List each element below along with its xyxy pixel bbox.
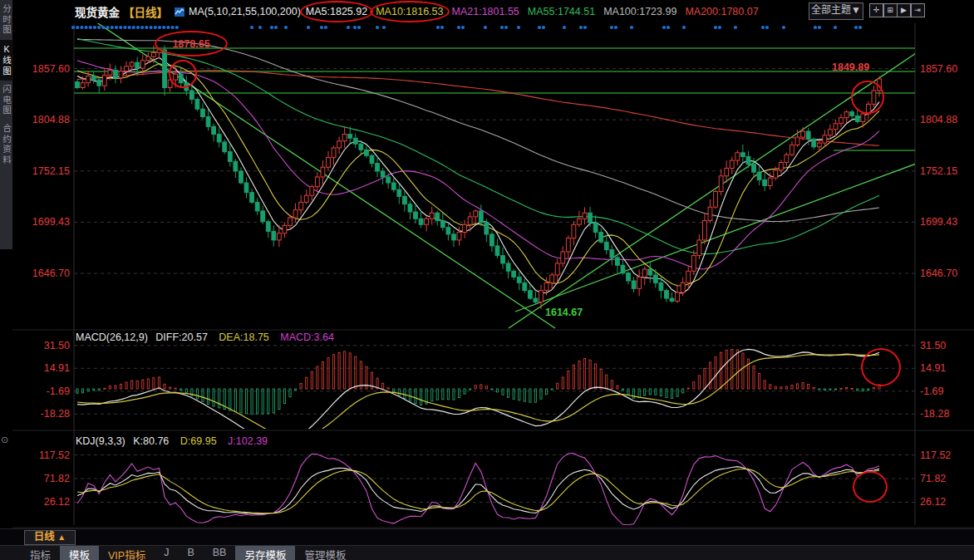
triangle-up-icon: ▲: [57, 533, 66, 542]
price-tick-label: 1646.70: [920, 268, 957, 279]
toolbar-tab[interactable]: 管理模板: [295, 546, 355, 560]
kdj-layer: [77, 454, 879, 525]
macd-dea-value: DEA:18.75: [219, 332, 268, 343]
trading-app: 分时图K线图闪电图合约资料 现货黄金 【日线】 MA(5,10,21,55,10…: [0, 0, 974, 560]
toolbar-tab[interactable]: 指标: [21, 546, 60, 560]
symbol-title: 现货黄金: [75, 3, 120, 20]
period-label: 【日线】: [123, 3, 168, 20]
price-tick-label: 1804.88: [27, 114, 70, 125]
macd-tick-label: -1.69: [920, 386, 944, 397]
price-annotation: 1878.65: [172, 38, 209, 50]
price-tick-label: 1804.88: [920, 114, 957, 125]
bottom-toolbar: 指标模板VIP指标JBBB另存模板管理模板: [0, 545, 974, 560]
kdj-tick-label: 71.82: [27, 473, 70, 484]
kdj-header: KDJ(9,3,3) K:80.76 D:69.95 J:102.39: [76, 435, 268, 447]
kdj-tick-label: 26.12: [27, 496, 70, 508]
export-icon[interactable]: ⇥: [911, 3, 925, 17]
toolbar-tab[interactable]: B: [178, 546, 203, 560]
chart-type-sidebar: 分时图K线图闪电图合约资料: [0, 0, 12, 249]
sidebar-item-3[interactable]: 闪电图: [0, 81, 13, 120]
macd-tick-label: 31.50: [27, 340, 70, 351]
macd-title[interactable]: MACD(26,12,9): [76, 332, 148, 343]
grid-zoom-icon[interactable]: ⊞: [883, 3, 898, 17]
theme-selector-button[interactable]: 全部主题▼: [809, 2, 863, 20]
crosshair-icon[interactable]: ✛: [869, 3, 883, 17]
period-button-label: 日线: [34, 531, 55, 543]
annotation-circle: [169, 60, 197, 88]
macd-tick-label: 14.91: [27, 362, 70, 374]
kdj-tick-label: 117.52: [27, 449, 70, 461]
period-selector-button[interactable]: 日线 ▲: [24, 530, 76, 545]
price-annotation: 1614.67: [545, 307, 583, 318]
annotation-circle: [851, 81, 884, 114]
price-tick-label: 1752.15: [920, 165, 957, 177]
kdj-title[interactable]: KDJ(9,3,3): [76, 435, 125, 447]
macd-header: MACD(26,12,9) DIFF:20.57 DEA:18.75 MACD:…: [76, 332, 334, 343]
price-tick-label: 1646.70: [27, 268, 70, 279]
kdj-tick-label: 26.12: [920, 496, 946, 508]
price-tick-label: 1857.60: [920, 63, 957, 75]
date-axis-row: 日线 ▲ 2022/062022/072022/082022/092022/10…: [0, 528, 974, 545]
kdj-d-value: D:69.95: [180, 435, 217, 447]
ma-settings-label[interactable]: MA(5,10,21,55,100,200): [189, 6, 301, 17]
chart-header: 现货黄金 【日线】 MA(5,10,21,55,100,200) MA5:182…: [12, 0, 974, 23]
sidebar-item-4[interactable]: 合约资料: [0, 120, 13, 169]
macd-tick-label: 14.91: [920, 362, 946, 374]
macd-value: MACD:3.64: [280, 332, 334, 343]
price-tick-label: 1857.60: [27, 63, 70, 75]
ma-indicator-value: MA200:1780.07: [685, 6, 758, 17]
toolbar-tab[interactable]: 模板: [60, 546, 99, 560]
annotation-circle: [853, 471, 888, 503]
macd-tick-label: -18.28: [920, 408, 949, 420]
macd-tick-label: 31.50: [920, 340, 946, 351]
grid-layer: [12, 5, 974, 528]
toolbar-tab[interactable]: BB: [204, 546, 236, 560]
macd-layer: [76, 349, 880, 446]
price-tick-label: 1699.43: [27, 216, 70, 228]
play-forward-icon[interactable]: ▶: [897, 3, 911, 17]
macd-tick-label: -1.69: [27, 386, 70, 397]
indicator-icon: [175, 7, 185, 17]
price-annotation: 1849.89: [832, 61, 869, 73]
ma-indicator-value: MA55:1744.51: [528, 6, 595, 17]
toolbar-tab[interactable]: J: [155, 546, 178, 560]
ma-indicator-value: MA21:1801.55: [452, 6, 519, 17]
ma-values-group: MA5:1825.92MA10:1816.53MA21:1801.55MA55:…: [306, 6, 767, 17]
toolbar-tab[interactable]: 另存模板: [235, 546, 295, 560]
annotation-circled-price: 1878.65: [155, 31, 228, 56]
kdj-k-value: K:80.76: [133, 435, 169, 447]
sidebar-item-1[interactable]: 分时图: [0, 0, 13, 40]
kdj-settings-icon[interactable]: ⊙: [1, 435, 8, 445]
price-tick-label: 1699.43: [920, 216, 957, 228]
chart-canvas[interactable]: [0, 0, 974, 560]
toolbar-tab[interactable]: VIP指标: [99, 546, 155, 560]
kdj-tick-label: 117.52: [920, 449, 951, 461]
macd-diff-value: DIFF:20.57: [155, 332, 208, 343]
ma-indicator-value: MA100:1723.99: [603, 6, 676, 17]
sidebar-item-2[interactable]: K线图: [0, 40, 13, 81]
annotation-circle: [861, 348, 901, 386]
ma-lines-layer: [77, 39, 879, 293]
ma-indicator-value: MA10:1816.53: [376, 6, 443, 17]
ma-indicator-value: MA5:1825.92: [306, 6, 367, 17]
kdj-j-value: J:102.39: [228, 435, 268, 447]
kdj-tick-label: 71.82: [920, 473, 946, 484]
event-dots-layer: [71, 26, 862, 29]
price-tick-label: 1752.15: [27, 165, 70, 177]
candles-layer: [76, 46, 882, 309]
macd-tick-label: -18.28: [27, 408, 70, 420]
